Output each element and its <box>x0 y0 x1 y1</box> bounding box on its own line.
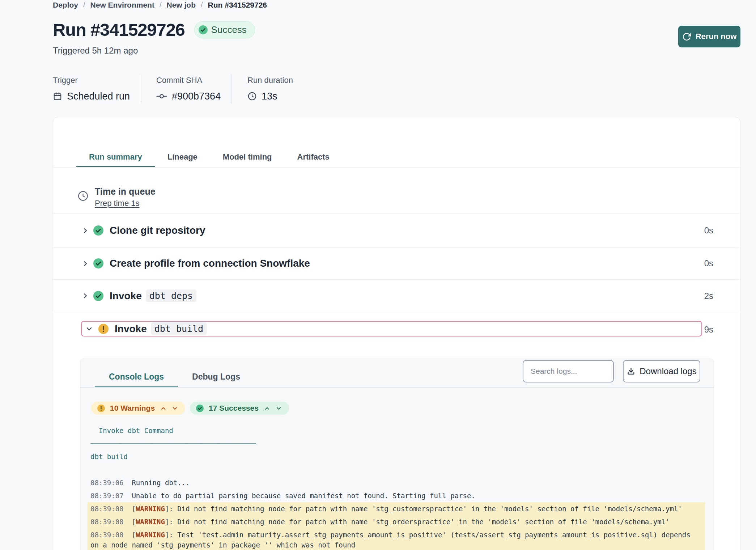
step-invoke-dbt-build-header[interactable]: Invoke dbt build <box>81 321 702 337</box>
chevron-down-icon[interactable] <box>85 325 93 333</box>
console-log-output: Invoke dbt Command ─────────────────────… <box>88 424 705 550</box>
breadcrumb-item-run: Run #341529726 <box>208 0 267 10</box>
breadcrumb-separator: / <box>201 0 203 10</box>
breadcrumb: Deploy / New Environment / New job / Run… <box>53 0 267 10</box>
log-tab-divider <box>80 387 714 388</box>
tab-console-logs[interactable]: Console Logs <box>95 359 178 388</box>
log-line-warning: 08:39:08 [WARNING]: Did not find matchin… <box>88 515 705 528</box>
step-success-icon <box>93 258 103 268</box>
log-line: dbt build <box>88 450 705 463</box>
chevron-right-icon[interactable] <box>81 227 89 234</box>
status-badge-label: Success <box>211 24 247 35</box>
step-duration: 2s <box>704 291 713 301</box>
clock-icon <box>247 92 257 101</box>
step-warning-icon <box>98 324 109 334</box>
breadcrumb-item-job[interactable]: New job <box>167 0 196 10</box>
logs-panel: Console Logs Debug Logs Download logs 10… <box>80 359 714 550</box>
chevron-up-icon[interactable] <box>264 405 270 411</box>
step-title: Create profile from connection Snowflake <box>110 258 310 269</box>
chevron-up-icon[interactable] <box>160 405 166 411</box>
time-in-queue-title: Time in queue <box>95 186 156 197</box>
step-success-icon <box>93 225 103 236</box>
chevron-right-icon[interactable] <box>81 292 89 300</box>
step-command-chip: dbt deps <box>146 289 196 302</box>
meta-trigger: Trigger Scheduled run <box>53 74 141 104</box>
log-tab-bar: Console Logs Debug Logs <box>95 359 254 388</box>
status-badge: Success <box>194 21 255 38</box>
meta-duration-value: 13s <box>262 91 277 102</box>
prep-time-link[interactable]: Prep time 1s <box>95 198 140 208</box>
breadcrumb-separator: / <box>160 0 162 10</box>
step-success-icon <box>93 291 103 301</box>
tab-debug-logs[interactable]: Debug Logs <box>178 359 254 388</box>
download-icon <box>627 367 636 376</box>
warnings-badge[interactable]: 10 Warnings <box>91 402 185 415</box>
success-check-icon <box>199 25 208 34</box>
step-title: Invoke <box>115 323 147 335</box>
step-title: Clone git repository <box>110 225 205 236</box>
log-line-warning: 08:39:08 [WARNING]: Did not find matchin… <box>88 502 705 515</box>
clock-icon <box>77 190 89 202</box>
calendar-icon <box>53 92 62 101</box>
rerun-now-button[interactable]: Rerun now <box>678 26 740 47</box>
breadcrumb-item-deploy[interactable]: Deploy <box>53 0 78 10</box>
tab-lineage[interactable]: Lineage <box>155 153 210 168</box>
meta-duration-label: Run duration <box>247 76 293 85</box>
step-invoke-dbt-deps[interactable]: Invoke dbt deps 2s <box>53 279 740 312</box>
tab-bar: Run summary Lineage Model timing Artifac… <box>76 153 342 168</box>
time-in-queue: Time in queue Prep time 1s <box>77 186 156 208</box>
log-line: ──────────────────────────────────────── <box>88 437 705 450</box>
step-list: Clone git repository 0s Create profile f… <box>53 213 740 359</box>
page-title: Run #341529726 <box>53 19 185 40</box>
log-line: Invoke dbt Command <box>88 424 705 437</box>
meta-trigger-label: Trigger <box>53 76 141 85</box>
log-filter-badges: 10 Warnings 17 Successes <box>91 402 289 415</box>
triggered-label: Triggered 5h 12m ago <box>53 46 138 56</box>
tab-run-summary[interactable]: Run summary <box>76 153 155 168</box>
rerun-now-label: Rerun now <box>696 32 737 41</box>
log-line: 08:39:07 Unable to do partial parsing be… <box>88 489 705 502</box>
run-summary-card: Run summary Lineage Model timing Artifac… <box>53 117 740 550</box>
meta-commit-value: #900b7364 <box>172 91 221 102</box>
download-logs-label: Download logs <box>640 366 696 376</box>
step-duration: 0s <box>704 225 713 236</box>
step-clone-git-repository[interactable]: Clone git repository 0s <box>53 213 740 247</box>
step-title: Invoke <box>110 290 142 302</box>
refresh-icon <box>682 32 691 41</box>
chevron-down-icon[interactable] <box>172 405 178 411</box>
tab-bar-divider <box>53 167 740 168</box>
search-logs-input[interactable] <box>523 360 614 382</box>
title-row: Run #341529726 Success <box>53 19 255 40</box>
step-invoke-dbt-build: Invoke dbt build 9s <box>53 312 740 359</box>
chevron-right-icon[interactable] <box>81 260 89 267</box>
download-logs-button[interactable]: Download logs <box>623 360 700 382</box>
step-duration: 9s <box>704 325 713 335</box>
tab-model-timing[interactable]: Model timing <box>210 153 285 168</box>
log-line <box>88 463 705 476</box>
run-meta: Trigger Scheduled run Commit SHA #900b73… <box>53 74 293 104</box>
successes-badge[interactable]: 17 Successes <box>190 402 289 415</box>
log-line-warning: 08:39:08 [WARNING]: Test 'test.admin_mat… <box>88 528 705 550</box>
log-line: 08:39:06 Running dbt... <box>88 476 705 489</box>
warning-icon <box>97 405 105 412</box>
step-command-chip: dbt build <box>151 322 207 335</box>
chevron-down-icon[interactable] <box>276 405 282 411</box>
breadcrumb-separator: / <box>83 0 85 10</box>
step-duration: 0s <box>704 258 713 268</box>
meta-commit-label: Commit SHA <box>156 76 231 85</box>
meta-trigger-value: Scheduled run <box>67 91 130 102</box>
step-create-profile[interactable]: Create profile from connection Snowflake… <box>53 247 740 279</box>
successes-badge-label: 17 Successes <box>209 404 259 412</box>
breadcrumb-item-environment[interactable]: New Environment <box>90 0 154 10</box>
meta-commit: Commit SHA #900b7364 <box>141 74 232 104</box>
success-check-icon <box>196 405 204 412</box>
warnings-badge-label: 10 Warnings <box>110 404 155 412</box>
meta-duration: Run duration 13s <box>232 74 293 104</box>
tab-artifacts[interactable]: Artifacts <box>285 153 342 168</box>
run-detail-page: Deploy / New Environment / New job / Run… <box>0 0 756 550</box>
commit-icon <box>156 92 167 101</box>
